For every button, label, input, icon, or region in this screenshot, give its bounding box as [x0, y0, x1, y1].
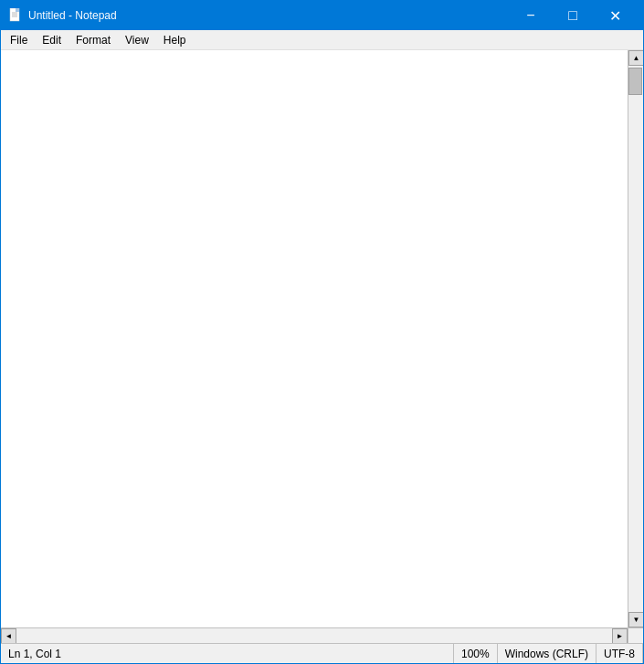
vertical-scrollbar: ▲ ▼ — [628, 50, 643, 627]
menu-format[interactable]: Format — [69, 30, 118, 50]
svg-rect-1 — [16, 8, 19, 12]
text-editor[interactable] — [1, 50, 628, 627]
menu-view[interactable]: View — [118, 30, 156, 50]
window-controls: − □ ✕ — [510, 1, 636, 30]
maximize-button[interactable]: □ — [552, 1, 594, 30]
scroll-left-button[interactable]: ◄ — [1, 628, 16, 644]
status-position: Ln 1, Col 1 — [1, 644, 454, 663]
scroll-track-v[interactable] — [628, 66, 643, 612]
menu-edit[interactable]: Edit — [35, 30, 69, 50]
title-bar: Untitled - Notepad − □ ✕ — [1, 1, 643, 30]
menu-file[interactable]: File — [3, 30, 35, 50]
status-bar: Ln 1, Col 1 100% Windows (CRLF) UTF-8 — [1, 643, 643, 663]
status-zoom: 100% — [454, 644, 498, 663]
scroll-right-button[interactable]: ► — [612, 628, 628, 644]
horizontal-scrollbar: ◄ ► — [1, 627, 643, 643]
scrollbar-corner — [628, 628, 643, 644]
scroll-thumb-v[interactable] — [628, 68, 642, 95]
scroll-down-button[interactable]: ▼ — [628, 612, 643, 627]
close-button[interactable]: ✕ — [594, 1, 636, 30]
window-title: Untitled - Notepad — [28, 9, 510, 22]
status-line-ending: Windows (CRLF) — [498, 644, 596, 663]
scroll-track-h[interactable] — [16, 628, 612, 644]
status-encoding: UTF-8 — [596, 644, 643, 663]
editor-area: ▲ ▼ — [1, 50, 643, 627]
scroll-up-button[interactable]: ▲ — [628, 50, 643, 66]
menu-bar: File Edit Format View Help — [1, 30, 643, 50]
menu-help[interactable]: Help — [156, 30, 194, 50]
notepad-window: Untitled - Notepad − □ ✕ File Edit Forma… — [0, 0, 644, 664]
app-icon — [8, 8, 23, 23]
minimize-button[interactable]: − — [510, 1, 552, 30]
